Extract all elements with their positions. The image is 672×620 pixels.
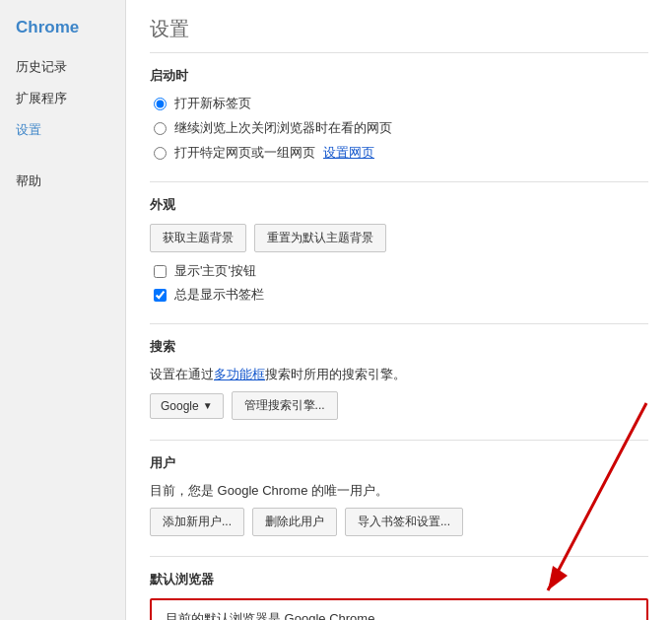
delete-user-button[interactable]: 删除此用户 <box>252 508 337 536</box>
show-home-button-checkbox[interactable]: 显示'主页'按钮 <box>154 262 648 280</box>
startup-continue-label: 继续浏览上次关闭浏览器时在看的网页 <box>174 119 392 137</box>
appearance-section-title: 外观 <box>150 196 648 214</box>
show-bookmarks-bar-checkbox[interactable]: 总是显示书签栏 <box>154 286 648 304</box>
sidebar-item-settings[interactable]: 设置 <box>0 114 125 146</box>
omnibox-link[interactable]: 多功能框 <box>214 367 265 381</box>
search-section-title: 搜索 <box>150 338 648 356</box>
appearance-buttons: 获取主题背景 重置为默认主题背景 <box>150 224 648 252</box>
startup-set-pages-link[interactable]: 设置网页 <box>323 144 374 162</box>
main-content: 设置 启动时 打开新标签页 继续浏览上次关闭浏览器时在看的网页 打开特定网页或一… <box>126 0 672 620</box>
default-browser-box: 目前的默认浏览器是 Google Chrome。 显示高级设置... <box>150 598 648 620</box>
appearance-section: 外观 获取主题背景 重置为默认主题背景 显示'主页'按钮 总是显示书签栏 <box>150 196 648 304</box>
search-row: Google ▼ 管理搜索引擎... <box>150 391 648 420</box>
sidebar-title: Chrome <box>0 10 125 51</box>
default-browser-section-title: 默认浏览器 <box>150 571 648 588</box>
page-title: 设置 <box>150 16 648 53</box>
search-section: 搜索 设置在通过多功能框搜索时所用的搜索引擎。 Google ▼ 管理搜索引擎.… <box>150 338 648 420</box>
user-buttons: 添加新用户... 删除此用户 导入书签和设置... <box>150 508 648 536</box>
sidebar-item-help[interactable]: 帮助 <box>0 166 125 197</box>
startup-option-newtab[interactable]: 打开新标签页 <box>154 95 648 112</box>
dropdown-arrow-icon: ▼ <box>203 400 213 411</box>
search-engine-select[interactable]: Google ▼ <box>150 393 224 419</box>
import-bookmarks-button[interactable]: 导入书签和设置... <box>345 508 463 536</box>
show-bookmarks-bar-label: 总是显示书签栏 <box>174 286 264 304</box>
startup-specific-label: 打开特定网页或一组网页 <box>174 144 315 162</box>
startup-option-specific[interactable]: 打开特定网页或一组网页 设置网页 <box>154 144 648 162</box>
startup-newtab-label: 打开新标签页 <box>174 95 251 112</box>
users-section-title: 用户 <box>150 454 648 472</box>
show-home-button-label: 显示'主页'按钮 <box>174 262 256 280</box>
startup-option-continue[interactable]: 继续浏览上次关闭浏览器时在看的网页 <box>154 119 648 137</box>
search-engine-label: Google <box>161 399 199 413</box>
startup-section-title: 启动时 <box>150 67 648 85</box>
default-browser-section: 默认浏览器 目前的默认浏览器是 Google Chrome。 显示高级设置... <box>150 571 648 620</box>
users-section: 用户 目前，您是 Google Chrome 的唯一用户。 添加新用户... 删… <box>150 454 648 536</box>
manage-search-engines-button[interactable]: 管理搜索引擎... <box>232 391 338 420</box>
sidebar: Chrome 历史记录 扩展程序 设置 帮助 <box>0 0 126 620</box>
search-description: 设置在通过多功能框搜索时所用的搜索引擎。 <box>150 366 648 383</box>
add-user-button[interactable]: 添加新用户... <box>150 508 244 536</box>
sidebar-item-history[interactable]: 历史记录 <box>0 51 125 83</box>
startup-options: 打开新标签页 继续浏览上次关闭浏览器时在看的网页 打开特定网页或一组网页 设置网… <box>154 95 648 162</box>
get-theme-button[interactable]: 获取主题背景 <box>150 224 246 252</box>
default-browser-description: 目前的默认浏览器是 Google Chrome。 <box>166 610 633 620</box>
sidebar-item-extensions[interactable]: 扩展程序 <box>0 83 125 114</box>
startup-section: 启动时 打开新标签页 继续浏览上次关闭浏览器时在看的网页 打开特定网页或一组网页… <box>150 67 648 162</box>
reset-theme-button[interactable]: 重置为默认主题背景 <box>254 224 386 252</box>
user-description: 目前，您是 Google Chrome 的唯一用户。 <box>150 482 648 500</box>
